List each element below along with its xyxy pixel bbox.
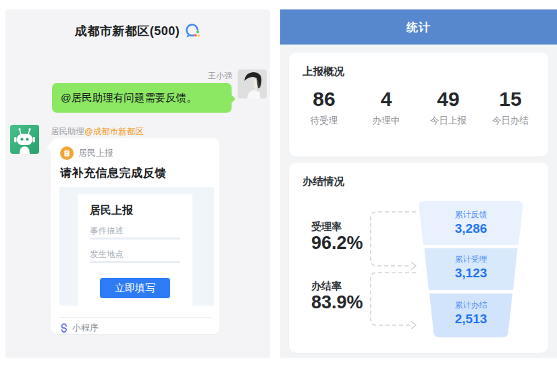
stat-value: 49 [417, 88, 479, 111]
user-message-text: @居民助理有问题需要反馈。 [61, 91, 197, 105]
stat-label: 待受理 [293, 115, 355, 127]
miniprogram-footer-label: 小程序 [72, 322, 99, 334]
form-preview-card: 居民上报 事件描述 发生地点 立即填写 [78, 194, 192, 306]
bot-message-title: 请补充信息完成反馈 [60, 165, 167, 181]
form-field-line [90, 237, 180, 240]
miniprogram-footer[interactable]: 小程序 [59, 322, 99, 334]
miniprogram-app-name: 居民上报 [78, 147, 113, 159]
wecom-logo-icon [184, 24, 201, 39]
acceptance-rate-label: 受理率 [311, 221, 342, 233]
user-message-sender: 王小强 [208, 70, 232, 82]
clipboard-icon [60, 146, 74, 160]
miniprogram-app-row: 居民上报 [60, 146, 113, 160]
stat-label: 办理中 [355, 115, 417, 127]
stat-value: 86 [293, 88, 355, 111]
stat-processing: 4 办理中 [355, 88, 417, 127]
funnel-label-feedback: 累计反馈 3,286 [415, 210, 527, 236]
form-field-event-description: 事件描述 [90, 225, 124, 237]
stats-header: 统计 [280, 9, 557, 45]
chat-header: 成都市新都区(500) [5, 23, 270, 39]
completion-card: 办结情况 受理率 96.2% 办结率 83.9% 累计反馈 3,286 累计受理 [289, 163, 548, 353]
overview-card-title: 上报概况 [302, 65, 344, 79]
form-title: 居民上报 [90, 204, 133, 218]
funnel-value: 3,286 [415, 221, 527, 236]
funnel-value: 2,513 [415, 312, 527, 327]
funnel-label: 累计反馈 [415, 210, 527, 219]
card-divider [59, 317, 211, 318]
report-overview-card: 上报概况 86 待受理 4 办理中 49 今日上报 15 今日办结 [289, 53, 548, 157]
form-field-location: 发生地点 [90, 249, 124, 260]
completion-card-title: 办结情况 [302, 175, 344, 189]
user-message-bubble: @居民助理有问题需要反馈。 [52, 83, 232, 113]
bot-name-mention: @成都市新都区 [84, 127, 144, 136]
stat-today-reported: 49 今日上报 [417, 88, 479, 127]
stat-value: 4 [355, 88, 417, 111]
message-card-tail [47, 143, 55, 152]
closure-rate-label: 办结率 [311, 280, 342, 293]
acceptance-rate-bracket [369, 210, 423, 271]
miniprogram-icon [59, 323, 69, 333]
stat-value: 15 [479, 88, 541, 111]
closure-rate-value: 83.9% [311, 292, 363, 313]
acceptance-rate-value: 96.2% [311, 233, 363, 254]
stats-panel: 统计 上报概况 86 待受理 4 办理中 49 今日上报 15 今日办结 办结情… [280, 9, 557, 358]
bot-name-text: 居民助理 [51, 127, 84, 136]
chat-panel: 成都市新都区(500) 王小强 @居民助理有问题需要反馈。 [5, 9, 270, 358]
stat-pending: 86 待受理 [293, 88, 355, 127]
funnel-label-closed: 累计办结 2,513 [415, 300, 527, 327]
form-preview-panel: 居民上报 事件描述 发生地点 立即填写 [59, 187, 214, 306]
overview-stats-row: 86 待受理 4 办理中 49 今日上报 15 今日办结 [293, 88, 541, 127]
stat-label: 今日办结 [479, 115, 541, 127]
completion-funnel-chart: 累计反馈 3,286 累计受理 3,123 累计办结 2,513 [415, 199, 527, 341]
bot-avatar[interactable] [10, 125, 39, 154]
stat-label: 今日上报 [417, 115, 479, 127]
funnel-label: 累计受理 [415, 254, 527, 264]
fill-now-button[interactable]: 立即填写 [100, 278, 170, 298]
bot-message-sender: 居民助理@成都市新都区 [51, 126, 144, 138]
funnel-value: 3,123 [415, 266, 527, 281]
funnel-label-accepted: 累计受理 3,123 [415, 254, 527, 281]
user-avatar[interactable] [238, 69, 267, 99]
form-field-line [90, 261, 180, 263]
stat-today-closed: 15 今日办结 [479, 88, 541, 127]
chat-title: 成都市新都区(500) [75, 23, 180, 39]
funnel-label: 累计办结 [415, 300, 527, 310]
miniprogram-message-card[interactable]: 居民上报 请补充信息完成反馈 居民上报 事件描述 发生地点 立即填写 小程序 [51, 138, 219, 334]
closure-rate-bracket [369, 271, 423, 330]
